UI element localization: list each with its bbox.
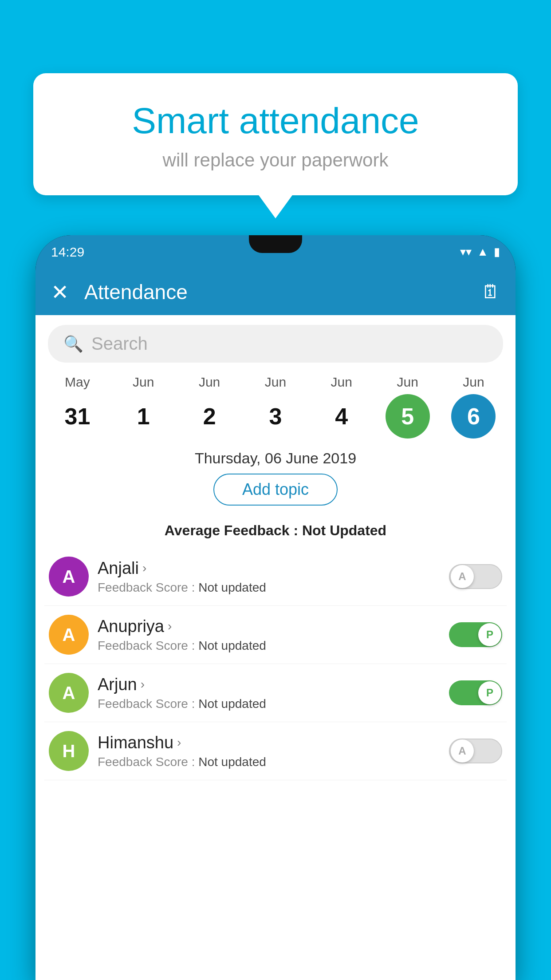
student-name[interactable]: Anupriya › bbox=[98, 617, 440, 636]
student-avatar: H bbox=[49, 731, 89, 771]
toggle-knob: A bbox=[451, 739, 474, 763]
calendar-day[interactable]: Jun4 bbox=[315, 375, 368, 439]
chevron-icon: › bbox=[142, 561, 146, 575]
cal-date-number[interactable]: 1 bbox=[121, 394, 165, 439]
add-topic-button[interactable]: Add topic bbox=[213, 474, 338, 506]
avg-feedback-label: Average Feedback : bbox=[165, 522, 302, 538]
cal-month-label: Jun bbox=[133, 375, 154, 390]
avg-feedback-value: Not Updated bbox=[302, 522, 386, 538]
calendar-day[interactable]: Jun5 bbox=[381, 375, 434, 439]
search-bar[interactable]: 🔍 Search bbox=[48, 325, 503, 363]
student-name[interactable]: Anjali › bbox=[98, 559, 440, 578]
bubble-subtitle: will replace your paperwork bbox=[64, 150, 487, 171]
feedback-value: Not updated bbox=[198, 755, 266, 769]
battery-icon: ▮ bbox=[494, 245, 500, 259]
cal-date-number[interactable]: 2 bbox=[187, 394, 232, 439]
toggle-knob: P bbox=[478, 623, 501, 646]
attendance-toggle[interactable]: A bbox=[449, 564, 502, 589]
cal-month-label: Jun bbox=[265, 375, 286, 390]
student-avatar: A bbox=[49, 673, 89, 713]
calendar-day[interactable]: Jun2 bbox=[183, 375, 236, 439]
student-info: Himanshu ›Feedback Score : Not updated bbox=[98, 733, 440, 769]
student-item[interactable]: HHimanshu ›Feedback Score : Not updatedA bbox=[44, 722, 507, 780]
toggle-knob: P bbox=[478, 681, 501, 704]
avg-feedback: Average Feedback : Not Updated bbox=[35, 522, 516, 539]
bubble-title: Smart attendance bbox=[64, 100, 487, 142]
attendance-toggle[interactable]: P bbox=[449, 622, 502, 647]
student-avatar: A bbox=[49, 615, 89, 655]
student-name[interactable]: Himanshu › bbox=[98, 733, 440, 752]
close-button[interactable]: ✕ bbox=[51, 280, 69, 304]
cal-month-label: Jun bbox=[463, 375, 484, 390]
student-name[interactable]: Arjun › bbox=[98, 675, 440, 694]
page-title: Attendance bbox=[84, 280, 481, 304]
calendar-icon[interactable]: 🗓 bbox=[481, 281, 500, 303]
calendar-day[interactable]: May31 bbox=[51, 375, 104, 439]
feedback-value: Not updated bbox=[198, 581, 266, 594]
cal-month-label: May bbox=[65, 375, 90, 390]
calendar-day[interactable]: Jun6 bbox=[447, 375, 500, 439]
student-list: AAnjali ›Feedback Score : Not updatedAAA… bbox=[35, 548, 516, 780]
student-item[interactable]: AAnjali ›Feedback Score : Not updatedA bbox=[44, 548, 507, 606]
chevron-icon: › bbox=[168, 619, 172, 633]
student-info: Anupriya ›Feedback Score : Not updated bbox=[98, 617, 440, 653]
cal-month-label: Jun bbox=[331, 375, 352, 390]
student-item[interactable]: AArjun ›Feedback Score : Not updatedP bbox=[44, 664, 507, 722]
app-content: 🔍 Search May31Jun1Jun2Jun3Jun4Jun5Jun6 T… bbox=[35, 315, 516, 980]
attendance-toggle[interactable]: P bbox=[449, 680, 502, 705]
student-feedback: Feedback Score : Not updated bbox=[98, 581, 440, 595]
cal-date-number[interactable]: 3 bbox=[253, 394, 298, 439]
student-feedback: Feedback Score : Not updated bbox=[98, 639, 440, 653]
app-header: ✕ Attendance 🗓 bbox=[35, 269, 516, 315]
signal-icon: ▲ bbox=[477, 245, 488, 259]
student-item[interactable]: AAnupriya ›Feedback Score : Not updatedP bbox=[44, 606, 507, 664]
student-info: Anjali ›Feedback Score : Not updated bbox=[98, 559, 440, 595]
student-feedback: Feedback Score : Not updated bbox=[98, 697, 440, 711]
chevron-icon: › bbox=[177, 735, 181, 750]
cal-date-number[interactable]: 31 bbox=[55, 394, 99, 439]
cal-date-number[interactable]: 5 bbox=[386, 394, 430, 439]
student-avatar: A bbox=[49, 557, 89, 597]
cal-date-number[interactable]: 6 bbox=[451, 394, 496, 439]
attendance-toggle[interactable]: A bbox=[449, 739, 502, 763]
cal-month-label: Jun bbox=[199, 375, 220, 390]
phone-frame: 14:29 ▾▾ ▲ ▮ ✕ Attendance 🗓 🔍 Search May… bbox=[35, 235, 516, 980]
cal-month-label: Jun bbox=[397, 375, 418, 390]
selected-date-label: Thursday, 06 June 2019 bbox=[35, 450, 516, 467]
calendar-day[interactable]: Jun3 bbox=[249, 375, 302, 439]
student-info: Arjun ›Feedback Score : Not updated bbox=[98, 675, 440, 711]
status-icons: ▾▾ ▲ ▮ bbox=[460, 245, 500, 259]
calendar-strip: May31Jun1Jun2Jun3Jun4Jun5Jun6 bbox=[35, 368, 516, 441]
status-time: 14:29 bbox=[51, 245, 84, 260]
search-icon: 🔍 bbox=[63, 335, 83, 353]
speech-bubble: Smart attendance will replace your paper… bbox=[33, 73, 518, 195]
toggle-knob: A bbox=[451, 565, 474, 588]
cal-date-number[interactable]: 4 bbox=[319, 394, 364, 439]
search-input[interactable]: Search bbox=[91, 334, 148, 354]
calendar-day[interactable]: Jun1 bbox=[117, 375, 170, 439]
notch bbox=[249, 235, 302, 253]
chevron-icon: › bbox=[141, 677, 145, 692]
status-bar: 14:29 ▾▾ ▲ ▮ bbox=[35, 235, 516, 269]
wifi-icon: ▾▾ bbox=[460, 245, 472, 259]
feedback-value: Not updated bbox=[198, 639, 266, 652]
feedback-value: Not updated bbox=[198, 697, 266, 711]
student-feedback: Feedback Score : Not updated bbox=[98, 755, 440, 769]
